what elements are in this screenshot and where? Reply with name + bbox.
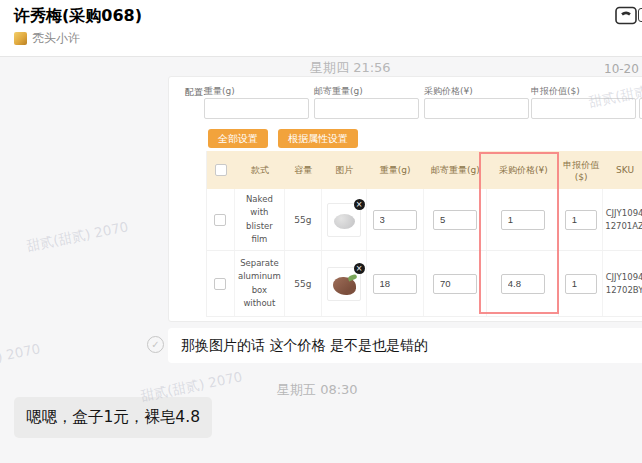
read-status-icon: ✓ <box>147 336 164 353</box>
table-row: Separate aluminum box without 55g × CJJY… <box>207 251 642 317</box>
video-call-icon[interactable] <box>615 6 638 29</box>
header-weight: 重量(g) <box>367 151 424 189</box>
filter-purchase-price-input[interactable] <box>424 98 529 119</box>
variant-style: Separate aluminum box without <box>235 257 284 310</box>
received-message-bubble[interactable]: 嗯嗯，盒子1元，裸皂4.8 <box>14 397 212 438</box>
chat-header: 许秀梅(采购068) 秃头小许 <box>0 0 642 57</box>
chat-title: 许秀梅(采购068) <box>14 6 142 27</box>
grey-soap-shape <box>334 214 355 229</box>
purchase-price-input[interactable] <box>501 210 545 230</box>
remove-image-icon[interactable]: × <box>354 263 365 274</box>
timestamp-divider: 星期五 08:30 <box>277 381 358 399</box>
table-row: Naked with blister film 55g × CJJY109412… <box>207 189 642 251</box>
filter-weight-label: 重量(g) <box>204 85 309 97</box>
header-image: 图片 <box>322 151 367 189</box>
filter-purchase-price: 采购价格(¥) <box>424 85 529 119</box>
corner-timestamp: 10-20 2 <box>604 62 642 76</box>
cut-off-icon[interactable] <box>638 8 642 22</box>
filter-purchase-price-label: 采购价格(¥) <box>424 85 529 97</box>
filter-postal-weight: 邮寄重量(g) <box>314 85 419 119</box>
sent-message-text: 那换图片的话 这个价格 是不是也是错的 <box>168 328 642 363</box>
received-message-text: 嗯嗯，盒子1元，裸皂4.8 <box>26 408 200 426</box>
product-image-brown-soap[interactable]: × <box>327 267 361 301</box>
filter-declared-value-input[interactable] <box>531 98 636 119</box>
leaf-shape <box>347 273 357 281</box>
watermark: 甜贰(甜贰) 2070 <box>0 340 42 377</box>
set-by-attribute-button[interactable]: 根据属性设置 <box>278 129 358 148</box>
group-member-avatar <box>14 32 27 45</box>
purchase-price-input[interactable] <box>501 274 545 294</box>
header-postal-weight: 邮寄重量(g) <box>424 151 488 189</box>
weight-input[interactable] <box>373 274 417 294</box>
variant-capacity: 55g <box>285 189 322 250</box>
header-purchase-price: 采购价格(¥) <box>487 151 559 189</box>
variant-style: Naked with blister film <box>235 193 284 246</box>
timestamp-divider: 星期四 21:56 <box>310 59 391 77</box>
watermark: 甜贰(甜贰) 2070 <box>25 218 130 255</box>
product-image-grey-soap[interactable]: × <box>327 203 361 237</box>
remove-image-icon[interactable]: × <box>354 199 365 210</box>
screenshot-message[interactable]: 配置: 重量(g) 邮寄重量(g) 采购价格(¥) 申报价值($) 全部设置 根… <box>168 76 642 322</box>
filter-postal-weight-input[interactable] <box>314 98 419 119</box>
filter-weight-input[interactable] <box>204 98 309 119</box>
variant-capacity: 55g <box>285 251 322 316</box>
postal-weight-input[interactable] <box>433 274 477 294</box>
settings-label: 配置: <box>185 86 206 99</box>
declared-value-input[interactable] <box>565 274 597 294</box>
filter-declared-value: 申报价值($) <box>531 85 636 119</box>
variant-table: 款式 容量 图片 重量(g) 邮寄重量(g) 采购价格(¥) 申报价值($) S… <box>206 151 642 317</box>
header-capacity: 容量 <box>285 151 322 189</box>
select-all-checkbox[interactable] <box>215 164 227 176</box>
header-sku: SKU <box>603 151 642 189</box>
variant-sku: CJJY109412701AZ <box>603 207 642 233</box>
header-declared-value: 申报价值($) <box>559 151 603 189</box>
variant-sku: CJJY109412702BY <box>603 271 642 297</box>
set-all-button[interactable]: 全部设置 <box>208 129 268 148</box>
declared-value-input[interactable] <box>565 210 597 230</box>
filter-weight: 重量(g) <box>204 85 309 119</box>
filter-declared-value-label: 申报价值($) <box>531 85 636 97</box>
header-style: 款式 <box>235 151 285 189</box>
group-member-name: 秃头小许 <box>32 30 80 47</box>
table-header-row: 款式 容量 图片 重量(g) 邮寄重量(g) 采购价格(¥) 申报价值($) S… <box>207 151 642 189</box>
filter-postal-weight-label: 邮寄重量(g) <box>314 85 419 97</box>
sent-message-bubble[interactable]: 那换图片的话 这个价格 是不是也是错的 <box>168 328 642 363</box>
weight-input[interactable] <box>373 210 417 230</box>
row-checkbox[interactable] <box>214 214 226 226</box>
postal-weight-input[interactable] <box>433 210 477 230</box>
row-checkbox[interactable] <box>214 278 226 290</box>
